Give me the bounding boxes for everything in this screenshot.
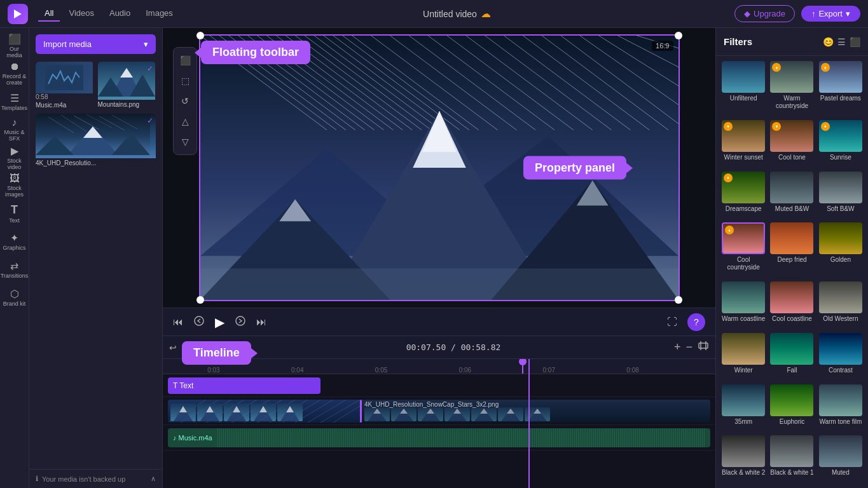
svg-marker-59 <box>576 180 608 206</box>
left-sidebar: ⬛ Our media ⏺ Record & create ☰ Template… <box>0 28 29 488</box>
zoom-out-button[interactable]: − <box>685 341 692 354</box>
tab-images[interactable]: Images <box>139 6 179 22</box>
sidebar-item-stock-images[interactable]: 🖼 Stock images <box>2 173 27 198</box>
svg-line-36 <box>523 36 649 130</box>
filter-cool-coastline[interactable]: Cool coastline <box>769 281 814 329</box>
clip-resize-handle[interactable] <box>360 400 362 423</box>
sidebar-item-stock-video[interactable]: ▶ Stock video <box>2 145 27 170</box>
filter-deep-fried[interactable]: Deep fried <box>769 222 814 278</box>
text-icon: T <box>11 203 18 217</box>
adjust-tool-button[interactable]: △ <box>176 112 194 130</box>
filter-dreamscape[interactable]: ♦ Dreamscape <box>721 172 766 219</box>
backup-notice: ℹ Your media isn't backed up ∧ <box>29 469 162 488</box>
sidebar-item-templates[interactable]: ☰ Templates <box>2 89 27 114</box>
filter-unfiltered[interactable]: Unfiltered <box>721 61 766 116</box>
media-item-4k[interactable]: ✓ 4K_UHD_Resolutio... <box>36 114 156 168</box>
upgrade-button[interactable]: ◆ Upgrade <box>734 5 795 22</box>
filter-soft-bw[interactable]: Soft B&W <box>818 172 863 219</box>
import-media-button[interactable]: Import media ▾ <box>36 34 156 54</box>
sidebar-item-transitions[interactable]: ⇄ Transitions <box>2 257 27 282</box>
tab-videos[interactable]: Videos <box>62 6 100 22</box>
svg-marker-53 <box>326 111 551 300</box>
svg-marker-52 <box>390 136 679 255</box>
filter-bw1[interactable]: Black & white 1 <box>769 435 814 483</box>
filter-35mm[interactable]: 35mm <box>721 384 766 432</box>
filter-tool-button[interactable]: ▽ <box>176 133 194 151</box>
filter-muted-bw[interactable]: Muted B&W <box>769 172 814 219</box>
playhead[interactable] <box>522 359 523 374</box>
filter-pastel-dreams[interactable]: ♦ Pastel dreams <box>818 61 863 116</box>
filter-sunrise[interactable]: ♦ Sunrise <box>818 120 863 168</box>
svg-marker-54 <box>413 111 466 168</box>
svg-marker-91 <box>286 406 294 412</box>
filter-cool-countryside[interactable]: ♦ Cool countryside <box>721 222 766 278</box>
text-track-clip[interactable]: T Text <box>168 377 320 394</box>
step-back-button[interactable] <box>193 315 205 329</box>
filter-old-western[interactable]: Old Western <box>818 281 863 329</box>
resize-handle-br[interactable] <box>675 296 682 304</box>
chevron-up-icon: ∧ <box>151 475 156 483</box>
filter-bw2[interactable]: Black & white 2 <box>721 435 766 483</box>
media-item-mountains[interactable]: ✓ Mountains.png <box>98 62 156 110</box>
filter-euphoric[interactable]: Euphoric <box>769 384 814 432</box>
video-clip-before[interactable] <box>168 400 360 423</box>
filter-muted[interactable]: Muted <box>818 435 863 483</box>
timeline-label: Timeline <box>182 341 251 365</box>
diamond-icon: ◆ <box>744 9 750 18</box>
svg-marker-101 <box>480 409 488 414</box>
tab-all[interactable]: All <box>38 6 60 22</box>
resize-handle-bl[interactable] <box>196 296 204 304</box>
fullscreen-button[interactable]: ⛶ <box>667 316 677 328</box>
undo-button[interactable]: ↩ <box>169 342 177 353</box>
svg-line-34 <box>485 36 611 130</box>
svg-line-48 <box>305 36 431 130</box>
flip-tool-button[interactable]: ⬚ <box>176 72 194 90</box>
filter-winter-sunset[interactable]: ♦ Winter sunset <box>721 120 766 168</box>
svg-rect-65 <box>699 343 708 348</box>
sidebar-item-text[interactable]: T Text <box>2 201 27 226</box>
play-pause-button[interactable]: ▶ <box>215 315 224 330</box>
svg-marker-97 <box>427 409 434 414</box>
svg-marker-55 <box>422 111 457 152</box>
svg-marker-103 <box>507 409 514 414</box>
resize-handle-tr[interactable] <box>675 32 682 39</box>
filter-contrast[interactable]: Contrast <box>818 333 863 381</box>
svg-marker-0 <box>14 10 22 18</box>
crop-tool-button[interactable]: ⬛ <box>176 51 194 69</box>
svg-line-30 <box>409 36 535 130</box>
tab-audio[interactable]: Audio <box>103 6 137 22</box>
sidebar-item-our-media[interactable]: ⬛ Our media <box>2 33 27 58</box>
filter-warm-tone-film[interactable]: Warm tone film <box>818 384 863 432</box>
svg-marker-57 <box>491 180 678 300</box>
face-icon: 😊 <box>823 37 834 47</box>
skip-to-start-button[interactable]: ⏮ <box>173 316 183 328</box>
sidebar-item-brand-kit[interactable]: ⬡ Brand kit <box>2 285 27 310</box>
export-button[interactable]: ↑ Export ▾ <box>801 6 860 22</box>
svg-line-33 <box>465 36 592 130</box>
svg-point-61 <box>195 316 203 325</box>
step-forward-button[interactable] <box>235 315 246 329</box>
fit-button[interactable] <box>698 340 709 355</box>
svg-marker-93 <box>373 409 381 414</box>
filter-warm-coastline[interactable]: Warm coastline <box>721 281 766 329</box>
audio-waveform <box>216 428 705 447</box>
aspect-ratio-badge: 16:9 <box>652 41 673 51</box>
sidebar-item-graphics[interactable]: ✦ Graphics <box>2 229 27 254</box>
video-clip-after[interactable]: 4K_UHD_Resolution_SnowCap_Stars_3x2.png <box>362 400 710 423</box>
playhead-head[interactable] <box>519 359 527 365</box>
sidebar-item-record[interactable]: ⏺ Record & create <box>2 61 27 86</box>
resize-handle-tl[interactable] <box>196 32 204 39</box>
video-track-row: 4K_UHD_Resolution_SnowCap_Stars_3x2.png <box>163 397 715 425</box>
zoom-in-button[interactable]: + <box>674 341 681 354</box>
skip-to-end-button[interactable]: ⏭ <box>256 316 266 328</box>
filter-golden[interactable]: Golden <box>818 222 863 278</box>
filter-warm-countryside[interactable]: ♦ Warm countryside <box>769 61 814 116</box>
rotate-tool-button[interactable]: ↺ <box>176 92 194 110</box>
media-item-music[interactable]: 0:58 Music.m4a <box>36 62 94 110</box>
filter-winter[interactable]: Winter <box>721 333 766 381</box>
sidebar-item-music[interactable]: ♪ Music & SFX <box>2 117 27 142</box>
filter-cool-tone[interactable]: ♦ Cool tone <box>769 120 814 168</box>
audio-track-clip[interactable]: ♪ Music.m4a <box>168 428 710 447</box>
help-button[interactable]: ? <box>687 313 705 331</box>
filter-fall[interactable]: Fall <box>769 333 814 381</box>
